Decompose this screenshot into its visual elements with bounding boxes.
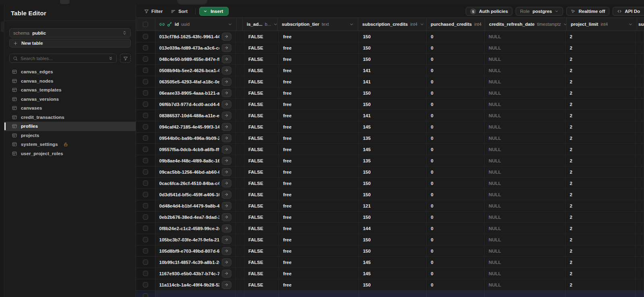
purchased-credits-cell[interactable]: 0 (427, 65, 485, 76)
expand-row-button[interactable] (222, 179, 231, 187)
role-select[interactable]: Role postgres (516, 7, 563, 16)
purchased-credits-cell[interactable]: 0 (427, 99, 485, 110)
subscription-tier-cell[interactable]: free (279, 65, 359, 76)
sidebar-item-projects[interactable]: projects (4, 131, 136, 140)
expand-row-button[interactable] (222, 281, 231, 289)
subscription-tier-cell[interactable]: free (279, 245, 359, 256)
expand-row-button[interactable] (222, 123, 231, 131)
id-cell[interactable]: 06eaee33-8905-4aaa-b121-ab552... (155, 87, 236, 98)
subscription-tier-cell[interactable]: free (279, 87, 359, 98)
project-limit-cell[interactable]: 2 (566, 99, 636, 110)
purchased-credits-cell[interactable]: 0 (427, 121, 485, 132)
id-cell[interactable]: 0508b94b-5ee2-4626-bca1-4bca... (155, 65, 236, 76)
subscription-tier-cell[interactable]: free (279, 31, 359, 42)
subscription-credits-cell[interactable]: 150 (359, 189, 427, 200)
subscription-credits-cell[interactable]: 145 (359, 257, 427, 268)
overflow-cell[interactable]: N (636, 189, 644, 200)
expand-row-button[interactable] (222, 100, 231, 108)
is-admin-cell[interactable]: FALSE (244, 268, 279, 279)
realtime-toggle-button[interactable]: Realtime off (566, 7, 609, 16)
is-admin-cell[interactable]: FALSE (244, 155, 279, 166)
column-header-credits-refresh-date[interactable]: credits_refresh_date timestamptz (485, 18, 567, 31)
purchased-credits-cell[interactable]: 0 (427, 42, 485, 53)
purchased-credits-cell[interactable]: 0 (427, 155, 485, 166)
id-cell[interactable]: 0d48e4d4-b1bf-4479-9a8b-4a4b... (155, 200, 236, 211)
credits-refresh-date-cell[interactable]: NULL (485, 212, 566, 222)
id-cell[interactable]: 013e039a-fd89-473a-a3c6-ccfa9... (155, 42, 236, 53)
column-header-is-admin[interactable]: is_ad... b... (243, 18, 278, 31)
is-admin-cell[interactable]: FALSE (244, 178, 279, 189)
credits-refresh-date-cell[interactable]: NULL (485, 279, 566, 290)
overflow-cell[interactable]: N (636, 42, 644, 53)
row-checkbox[interactable] (143, 90, 148, 96)
is-admin-cell[interactable]: FALSE (244, 166, 279, 177)
subscription-tier-cell[interactable]: free (279, 279, 359, 290)
sidebar-item-canvas_versions[interactable]: canvas_versions (4, 95, 136, 104)
overflow-cell[interactable]: N (636, 155, 644, 166)
subscription-credits-cell[interactable]: 135 (359, 133, 427, 143)
is-admin-cell[interactable]: FALSE (244, 223, 279, 234)
clipped-cell[interactable]: X (236, 76, 244, 87)
expand-row-button[interactable] (222, 270, 231, 278)
subscription-tier-cell[interactable]: free (279, 155, 359, 166)
chevron-down-icon[interactable] (228, 22, 232, 27)
clipped-cell[interactable]: X (236, 212, 244, 222)
subscription-credits-cell[interactable]: 144 (359, 223, 427, 234)
project-limit-cell[interactable]: 2 (566, 178, 636, 189)
subscription-tier-cell[interactable]: free (279, 166, 359, 177)
credits-refresh-date-cell[interactable]: NULL (485, 155, 566, 166)
id-cell[interactable]: 013cf78d-1625-43fc-9961-442189... (155, 31, 236, 42)
id-cell[interactable]: 10b99c1f-4857-4c39-a8b1-263b8... (155, 257, 236, 268)
sort-button[interactable]: Sort (167, 7, 192, 16)
is-admin-cell[interactable]: FALSE (244, 65, 279, 76)
project-limit-cell[interactable]: 2 (566, 245, 636, 256)
project-limit-cell[interactable]: 2 (566, 234, 636, 245)
id-cell[interactable]: 09557f5a-0dcb-4cb9-a6fb-fff366... (155, 144, 236, 155)
project-limit-cell[interactable]: 2 (566, 76, 636, 87)
credits-refresh-date-cell[interactable]: NULL (485, 87, 566, 98)
credits-refresh-date-cell[interactable]: NULL (485, 178, 566, 189)
schema-select[interactable]: schema public (9, 28, 131, 37)
project-limit-cell[interactable]: 2 (566, 200, 636, 211)
purchased-credits-cell[interactable]: 0 (427, 166, 485, 177)
purchased-credits-cell[interactable]: 0 (427, 76, 485, 87)
is-admin-cell[interactable]: FALSE (244, 144, 279, 155)
expand-row-button[interactable] (222, 78, 231, 86)
subscription-credits-cell[interactable]: 135 (359, 155, 427, 166)
row-checkbox[interactable] (143, 169, 148, 174)
row-checkbox[interactable] (143, 113, 148, 118)
id-cell[interactable]: 094caf42-7185-4e45-99f3-14abee... (155, 121, 236, 132)
overflow-cell[interactable]: N (636, 166, 644, 177)
project-limit-cell[interactable]: 2 (566, 133, 636, 143)
row-checkbox[interactable] (143, 56, 148, 62)
credits-refresh-date-cell[interactable]: NULL (485, 245, 566, 256)
credits-refresh-date-cell[interactable]: NULL (485, 54, 566, 64)
subscription-credits-cell[interactable]: 150 (359, 87, 427, 98)
credits-refresh-date-cell[interactable]: NULL (485, 223, 566, 234)
project-limit-cell[interactable]: 2 (566, 155, 636, 166)
purchased-credits-cell[interactable]: 0 (427, 257, 485, 268)
subscription-tier-cell[interactable]: free (279, 200, 359, 211)
clipped-cell[interactable]: X (236, 279, 244, 290)
sidebar-item-credit_transactions[interactable]: credit_transactions (4, 113, 136, 122)
row-checkbox[interactable] (143, 45, 148, 50)
subscription-tier-cell[interactable]: free (279, 257, 359, 268)
clipped-cell[interactable]: -0 (236, 65, 244, 76)
row-checkbox[interactable] (143, 102, 148, 107)
credits-refresh-date-cell[interactable]: NULL (485, 121, 566, 132)
chevrons-down-icon[interactable] (108, 56, 113, 61)
purchased-credits-cell[interactable]: 0 (427, 200, 485, 211)
overflow-cell[interactable]: N (636, 65, 644, 76)
id-cell[interactable]: 09b8ae4e-f48c-4f89-8a8c-1629b... (155, 155, 236, 166)
id-cell[interactable]: 1167e930-e5b0-43b7-b74c-788c9... (155, 268, 236, 279)
expand-row-button[interactable] (222, 202, 231, 210)
expand-row-button[interactable] (222, 224, 231, 233)
clipped-cell[interactable]: 0 (236, 144, 244, 155)
row-checkbox[interactable] (143, 214, 148, 220)
is-admin-cell[interactable]: FALSE (244, 87, 279, 98)
subscription-tier-cell[interactable]: free (279, 268, 359, 279)
is-admin-cell[interactable]: FALSE (244, 54, 279, 64)
id-cell[interactable]: 0d3d541d-bf5c-459f-a406-16b93... (155, 189, 236, 200)
is-admin-cell[interactable]: FALSE (244, 121, 279, 132)
clipped-cell[interactable]: X (236, 121, 244, 132)
